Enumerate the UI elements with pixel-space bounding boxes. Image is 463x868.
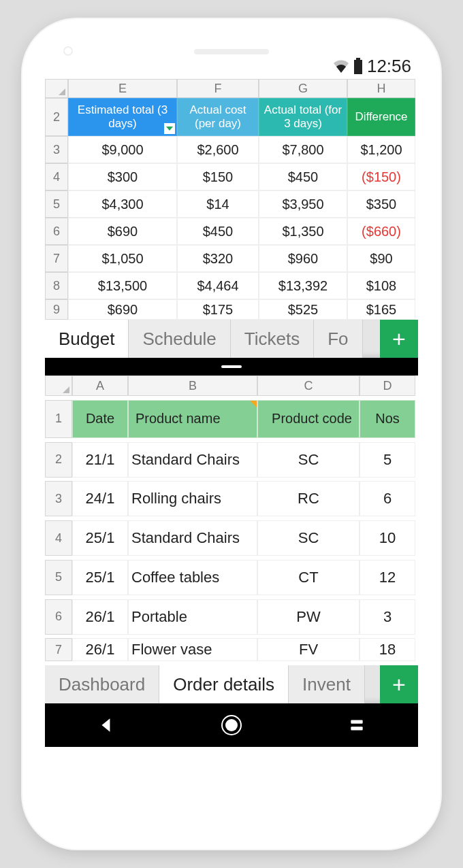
spreadsheet-bottom[interactable]: ABCD1DateProduct nameProduct codeNos221/… [45,375,418,703]
cell[interactable]: FV [257,638,360,661]
grid-bottom[interactable]: ABCD1DateProduct nameProduct codeNos221/… [45,375,418,665]
cell[interactable]: 26/1 [72,599,128,635]
sheet-tab[interactable]: Invent [289,665,365,703]
column-header[interactable]: D [360,375,415,396]
column-header[interactable]: F [177,79,259,98]
row-header[interactable]: 1 [45,400,72,438]
cell[interactable]: Standard Chairs [128,442,257,478]
cell[interactable]: $4,300 [68,190,177,218]
table-header-cell[interactable]: Date [72,400,128,438]
cell[interactable]: $2,600 [177,136,259,163]
cell[interactable]: $175 [177,299,259,320]
row-header[interactable]: 7 [45,245,68,272]
recents-button[interactable] [348,716,366,734]
cell[interactable]: CT [257,560,360,595]
home-button[interactable] [220,714,243,737]
sheet-tab[interactable]: Tickets [231,320,314,358]
cell[interactable]: $13,392 [259,272,347,299]
column-header[interactable]: G [259,79,347,98]
cell[interactable]: Coffee tables [128,560,257,595]
cell[interactable]: 3 [360,599,415,635]
cell[interactable]: ($150) [347,163,415,190]
row-header[interactable]: 4 [45,520,72,556]
cell[interactable]: $150 [177,163,259,190]
cell[interactable]: $13,500 [68,272,177,299]
row-header[interactable]: 6 [45,218,68,245]
cell[interactable]: RC [257,481,360,516]
row-header[interactable]: 4 [45,163,68,190]
add-sheet-button[interactable]: + [380,320,418,358]
frozen-header-cell[interactable]: Estimated total (3 days) [68,98,177,136]
cell[interactable]: Rolling chairs [128,481,257,516]
cell[interactable]: $165 [347,299,415,320]
cell[interactable]: $3,950 [259,190,347,218]
row-header[interactable]: 6 [45,599,72,635]
cell[interactable]: 21/1 [72,442,128,478]
select-all-corner[interactable] [45,79,68,98]
cell[interactable]: $1,350 [259,218,347,245]
row-header[interactable]: 9 [45,299,68,320]
cell[interactable]: $90 [347,245,415,272]
column-header[interactable]: A [72,375,128,396]
table-header-cell[interactable]: Nos [360,400,415,438]
sheet-tab[interactable]: Budget [45,320,129,358]
cell[interactable]: $4,464 [177,272,259,299]
row-header[interactable]: 3 [45,481,72,516]
cell[interactable]: 12 [360,560,415,595]
cell[interactable]: SC [257,520,360,556]
row-header[interactable]: 2 [45,442,72,478]
cell[interactable]: $690 [68,218,177,245]
spreadsheet-top[interactable]: EFGH2Estimated total (3 days)Actual cost… [45,79,418,358]
frozen-header-cell[interactable]: Actual cost (per day) [177,98,259,136]
split-handle[interactable] [45,358,418,375]
column-header[interactable]: C [257,375,360,396]
sheet-tab[interactable]: Dashboard [45,665,159,703]
cell[interactable]: $14 [177,190,259,218]
cell[interactable]: 24/1 [72,481,128,516]
cell[interactable]: Standard Chairs [128,520,257,556]
cell[interactable]: 5 [360,442,415,478]
cell[interactable]: SC [257,442,360,478]
cell[interactable]: $108 [347,272,415,299]
cell[interactable]: $450 [177,218,259,245]
cell[interactable]: $7,800 [259,136,347,163]
cell[interactable]: 10 [360,520,415,556]
cell[interactable]: $450 [259,163,347,190]
cell[interactable]: $320 [177,245,259,272]
row-header[interactable]: 5 [45,190,68,218]
column-header[interactable]: B [128,375,257,396]
row-header[interactable]: 3 [45,136,68,163]
cell[interactable]: $1,200 [347,136,415,163]
cell[interactable]: $960 [259,245,347,272]
add-sheet-button[interactable]: + [380,665,418,703]
select-all-corner[interactable] [45,375,72,396]
cell[interactable]: 6 [360,481,415,516]
row-header[interactable]: 8 [45,272,68,299]
cell[interactable]: PW [257,599,360,635]
frozen-header-cell[interactable]: Actual total (for 3 days) [259,98,347,136]
sheet-tab[interactable]: Order details [159,665,289,703]
cell[interactable]: Portable [128,599,257,635]
cell[interactable]: $690 [68,299,177,320]
filter-dropdown-icon[interactable] [164,123,175,134]
column-header[interactable]: E [68,79,177,98]
grid-top[interactable]: EFGH2Estimated total (3 days)Actual cost… [45,79,418,320]
cell[interactable]: 18 [360,638,415,661]
table-header-cell[interactable]: Product code [257,400,360,438]
cell[interactable]: $9,000 [68,136,177,163]
column-header[interactable]: H [347,79,415,98]
row-header[interactable]: 7 [45,638,72,661]
cell[interactable]: 25/1 [72,560,128,595]
sheet-tab[interactable]: Schedule [129,320,230,358]
row-header[interactable]: 5 [45,560,72,595]
table-header-cell[interactable]: Product name [128,400,257,438]
frozen-header-cell[interactable]: Difference [347,98,415,136]
cell[interactable]: Flower vase [128,638,257,661]
back-button[interactable] [97,716,115,734]
cell[interactable]: $1,050 [68,245,177,272]
cell[interactable]: ($660) [347,218,415,245]
cell[interactable]: 26/1 [72,638,128,661]
row-header[interactable]: 2 [45,98,68,136]
cell[interactable]: 25/1 [72,520,128,556]
cell[interactable]: $350 [347,190,415,218]
